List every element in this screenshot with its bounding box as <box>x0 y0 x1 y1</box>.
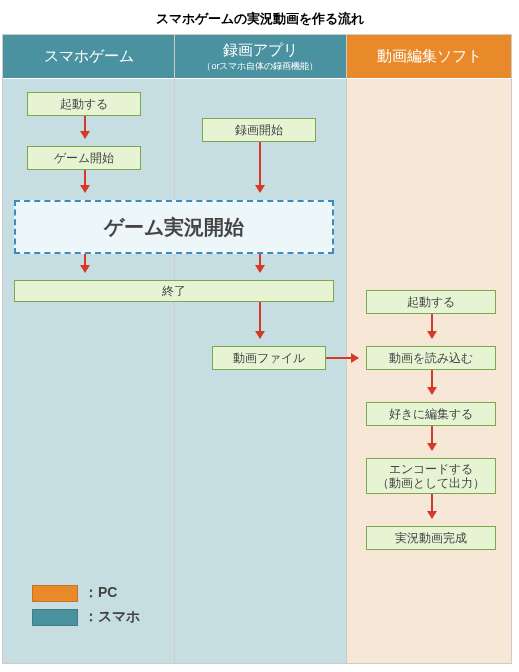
arrow-icon <box>431 494 433 518</box>
step-import: 動画を読み込む <box>366 346 496 370</box>
legend: ：PC ：スマホ <box>32 584 140 632</box>
lane-editor-header: 動画編集ソフト <box>347 35 511 79</box>
lane-game-header: スマホゲーム <box>3 35 174 79</box>
step-start-game: ゲーム開始 <box>27 146 141 170</box>
diagram-title: スマホゲームの実況動画を作る流れ <box>0 0 519 34</box>
step-start-rec: 録画開始 <box>202 118 316 142</box>
arrow-icon <box>259 142 261 192</box>
lane-recorder-header: 録画アプリ （orスマホ自体の録画機能） <box>175 35 346 79</box>
legend-swatch-pc <box>32 585 78 602</box>
step-encode-l2: （動画として出力） <box>377 476 485 490</box>
step-encode: エンコードする （動画として出力） <box>366 458 496 494</box>
arrow-icon <box>326 357 358 359</box>
step-edit: 好きに編集する <box>366 402 496 426</box>
arrow-icon <box>84 254 86 272</box>
step-video-file: 動画ファイル <box>212 346 326 370</box>
step-encode-l1: エンコードする <box>389 462 473 476</box>
arrow-icon <box>431 370 433 394</box>
legend-row-sp: ：スマホ <box>32 608 140 626</box>
step-launch-game: 起動する <box>27 92 141 116</box>
arrow-icon <box>431 426 433 450</box>
legend-label-pc: ：PC <box>84 584 117 602</box>
lane-recorder-label: 録画アプリ <box>223 41 298 60</box>
step-launch-editor: 起動する <box>366 290 496 314</box>
lane-editor-label: 動画編集ソフト <box>377 47 482 66</box>
arrow-icon <box>431 314 433 338</box>
step-end: 終了 <box>14 280 334 302</box>
arrow-icon <box>259 302 261 338</box>
legend-swatch-sp <box>32 609 78 626</box>
step-play-start: ゲーム実況開始 <box>14 200 334 254</box>
arrow-icon <box>84 116 86 138</box>
lane-game-label: スマホゲーム <box>44 47 134 66</box>
arrow-icon <box>84 170 86 192</box>
arrow-icon <box>259 254 261 272</box>
step-done: 実況動画完成 <box>366 526 496 550</box>
legend-row-pc: ：PC <box>32 584 140 602</box>
legend-label-sp: ：スマホ <box>84 608 140 626</box>
lane-game: スマホゲーム <box>3 35 175 663</box>
lane-recorder-sublabel: （orスマホ自体の録画機能） <box>202 60 318 73</box>
